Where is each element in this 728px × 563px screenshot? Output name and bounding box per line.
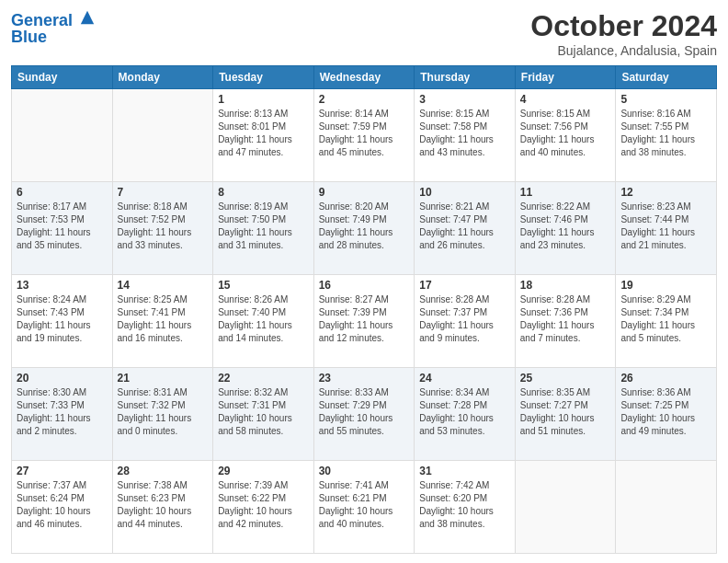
page: General Blue October 2024 Bujalance, And…	[0, 0, 728, 563]
calendar-cell: 17Sunrise: 8:28 AM Sunset: 7:37 PM Dayli…	[415, 275, 516, 368]
day-number: 15	[218, 279, 309, 292]
calendar-cell: 24Sunrise: 8:34 AM Sunset: 7:28 PM Dayli…	[415, 368, 516, 461]
day-info: Sunrise: 8:20 AM Sunset: 7:49 PM Dayligh…	[319, 201, 410, 252]
header: General Blue October 2024 Bujalance, And…	[11, 9, 717, 58]
calendar-cell: 4Sunrise: 8:15 AM Sunset: 7:56 PM Daylig…	[515, 89, 616, 182]
day-info: Sunrise: 8:27 AM Sunset: 7:39 PM Dayligh…	[319, 293, 410, 345]
day-info: Sunrise: 8:18 AM Sunset: 7:52 PM Dayligh…	[118, 201, 209, 252]
day-info: Sunrise: 8:32 AM Sunset: 7:31 PM Dayligh…	[218, 386, 309, 438]
day-number: 4	[520, 93, 611, 106]
day-number: 7	[118, 186, 209, 199]
day-info: Sunrise: 8:24 AM Sunset: 7:43 PM Dayligh…	[17, 293, 108, 345]
calendar-cell: 29Sunrise: 7:39 AM Sunset: 6:22 PM Dayli…	[213, 461, 314, 554]
svg-marker-0	[81, 11, 94, 24]
weekday-header-wednesday: Wednesday	[313, 66, 415, 89]
day-info: Sunrise: 7:39 AM Sunset: 6:22 PM Dayligh…	[218, 479, 309, 531]
day-info: Sunrise: 8:35 AM Sunset: 7:27 PM Dayligh…	[520, 386, 611, 438]
calendar: SundayMondayTuesdayWednesdayThursdayFrid…	[11, 65, 717, 554]
day-number: 11	[520, 186, 611, 199]
calendar-cell: 23Sunrise: 8:33 AM Sunset: 7:29 PM Dayli…	[313, 368, 415, 461]
day-number: 2	[319, 93, 410, 106]
day-number: 19	[620, 279, 711, 292]
calendar-cell: 9Sunrise: 8:20 AM Sunset: 7:49 PM Daylig…	[313, 182, 415, 275]
weekday-header-tuesday: Tuesday	[213, 66, 314, 89]
week-row-0: 1Sunrise: 8:13 AM Sunset: 8:01 PM Daylig…	[12, 89, 717, 182]
day-number: 24	[419, 372, 510, 385]
day-number: 25	[520, 372, 611, 385]
day-info: Sunrise: 8:36 AM Sunset: 7:25 PM Dayligh…	[620, 386, 711, 438]
calendar-cell	[112, 89, 213, 182]
day-number: 22	[218, 372, 309, 385]
calendar-cell: 28Sunrise: 7:38 AM Sunset: 6:23 PM Dayli…	[112, 461, 213, 554]
day-info: Sunrise: 8:15 AM Sunset: 7:58 PM Dayligh…	[419, 108, 510, 159]
day-number: 6	[17, 186, 108, 199]
day-number: 5	[620, 93, 711, 106]
location-title: Bujalance, Andalusia, Spain	[530, 43, 717, 58]
calendar-cell: 10Sunrise: 8:21 AM Sunset: 7:47 PM Dayli…	[415, 182, 516, 275]
day-number: 29	[218, 465, 309, 477]
day-info: Sunrise: 8:21 AM Sunset: 7:47 PM Dayligh…	[419, 201, 510, 252]
calendar-cell: 26Sunrise: 8:36 AM Sunset: 7:25 PM Dayli…	[616, 368, 717, 461]
calendar-cell	[515, 461, 616, 554]
day-number: 8	[218, 186, 309, 199]
calendar-cell: 25Sunrise: 8:35 AM Sunset: 7:27 PM Dayli…	[515, 368, 616, 461]
day-info: Sunrise: 8:15 AM Sunset: 7:56 PM Dayligh…	[520, 108, 611, 159]
day-info: Sunrise: 8:28 AM Sunset: 7:36 PM Dayligh…	[520, 293, 611, 345]
day-info: Sunrise: 7:37 AM Sunset: 6:24 PM Dayligh…	[17, 479, 108, 531]
weekday-header-row: SundayMondayTuesdayWednesdayThursdayFrid…	[12, 66, 717, 89]
calendar-cell: 19Sunrise: 8:29 AM Sunset: 7:34 PM Dayli…	[616, 275, 717, 368]
calendar-cell: 31Sunrise: 7:42 AM Sunset: 6:20 PM Dayli…	[415, 461, 516, 554]
week-row-4: 27Sunrise: 7:37 AM Sunset: 6:24 PM Dayli…	[12, 461, 717, 554]
day-number: 12	[620, 186, 711, 199]
day-number: 9	[319, 186, 410, 199]
day-info: Sunrise: 7:42 AM Sunset: 6:20 PM Dayligh…	[419, 479, 510, 531]
day-info: Sunrise: 8:34 AM Sunset: 7:28 PM Dayligh…	[419, 386, 510, 438]
calendar-cell: 30Sunrise: 7:41 AM Sunset: 6:21 PM Dayli…	[313, 461, 415, 554]
day-number: 17	[419, 279, 510, 292]
day-info: Sunrise: 8:25 AM Sunset: 7:41 PM Dayligh…	[118, 293, 209, 345]
day-number: 18	[520, 279, 611, 292]
day-info: Sunrise: 8:19 AM Sunset: 7:50 PM Dayligh…	[218, 201, 309, 252]
day-info: Sunrise: 8:30 AM Sunset: 7:33 PM Dayligh…	[17, 386, 108, 438]
weekday-header-monday: Monday	[112, 66, 213, 89]
day-info: Sunrise: 7:41 AM Sunset: 6:21 PM Dayligh…	[319, 479, 410, 531]
day-number: 14	[118, 279, 209, 292]
calendar-cell: 3Sunrise: 8:15 AM Sunset: 7:58 PM Daylig…	[415, 89, 516, 182]
day-number: 1	[218, 93, 309, 106]
calendar-cell: 11Sunrise: 8:22 AM Sunset: 7:46 PM Dayli…	[515, 182, 616, 275]
title-block: October 2024 Bujalance, Andalusia, Spain	[530, 9, 717, 58]
logo: General Blue	[11, 9, 96, 47]
day-info: Sunrise: 8:14 AM Sunset: 7:59 PM Dayligh…	[319, 108, 410, 159]
week-row-2: 13Sunrise: 8:24 AM Sunset: 7:43 PM Dayli…	[12, 275, 717, 368]
day-info: Sunrise: 8:28 AM Sunset: 7:37 PM Dayligh…	[419, 293, 510, 345]
day-number: 31	[419, 465, 510, 477]
calendar-cell: 12Sunrise: 8:23 AM Sunset: 7:44 PM Dayli…	[616, 182, 717, 275]
calendar-cell: 14Sunrise: 8:25 AM Sunset: 7:41 PM Dayli…	[112, 275, 213, 368]
day-number: 26	[620, 372, 711, 385]
day-number: 3	[419, 93, 510, 106]
calendar-cell	[616, 461, 717, 554]
day-info: Sunrise: 8:33 AM Sunset: 7:29 PM Dayligh…	[319, 386, 410, 438]
day-info: Sunrise: 8:26 AM Sunset: 7:40 PM Dayligh…	[218, 293, 309, 345]
calendar-cell: 18Sunrise: 8:28 AM Sunset: 7:36 PM Dayli…	[515, 275, 616, 368]
calendar-cell	[12, 89, 113, 182]
calendar-cell: 13Sunrise: 8:24 AM Sunset: 7:43 PM Dayli…	[12, 275, 113, 368]
calendar-cell: 20Sunrise: 8:30 AM Sunset: 7:33 PM Dayli…	[12, 368, 113, 461]
calendar-cell: 6Sunrise: 8:17 AM Sunset: 7:53 PM Daylig…	[12, 182, 113, 275]
calendar-cell: 1Sunrise: 8:13 AM Sunset: 8:01 PM Daylig…	[213, 89, 314, 182]
month-title: October 2024	[530, 9, 717, 43]
week-row-3: 20Sunrise: 8:30 AM Sunset: 7:33 PM Dayli…	[12, 368, 717, 461]
calendar-cell: 2Sunrise: 8:14 AM Sunset: 7:59 PM Daylig…	[313, 89, 415, 182]
calendar-cell: 21Sunrise: 8:31 AM Sunset: 7:32 PM Dayli…	[112, 368, 213, 461]
day-info: Sunrise: 8:31 AM Sunset: 7:32 PM Dayligh…	[118, 386, 209, 438]
weekday-header-saturday: Saturday	[616, 66, 717, 89]
calendar-cell: 5Sunrise: 8:16 AM Sunset: 7:55 PM Daylig…	[616, 89, 717, 182]
day-number: 21	[118, 372, 209, 385]
day-info: Sunrise: 8:23 AM Sunset: 7:44 PM Dayligh…	[620, 201, 711, 252]
day-number: 30	[319, 465, 410, 477]
day-number: 27	[17, 465, 108, 477]
day-info: Sunrise: 8:29 AM Sunset: 7:34 PM Dayligh…	[620, 293, 711, 345]
weekday-header-thursday: Thursday	[415, 66, 516, 89]
calendar-cell: 27Sunrise: 7:37 AM Sunset: 6:24 PM Dayli…	[12, 461, 113, 554]
day-number: 28	[118, 465, 209, 477]
